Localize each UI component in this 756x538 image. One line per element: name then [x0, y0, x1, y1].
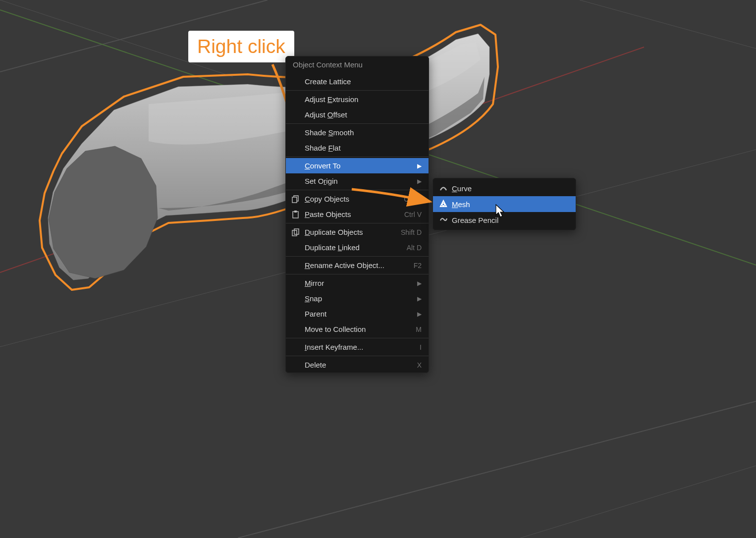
- menu-shortcut: I: [420, 343, 422, 351]
- menu-item-create-lattice[interactable]: Create Lattice: [286, 74, 429, 89]
- menu-item-label: Snap: [305, 294, 411, 303]
- submenu-item-label: Mesh: [452, 200, 569, 209]
- menu-divider: [286, 123, 429, 124]
- menu-item-label: Shade Flat: [305, 144, 422, 152]
- menu-shortcut: Ctrl V: [404, 211, 422, 218]
- menu-divider: [286, 157, 429, 157]
- menu-divider: [286, 223, 429, 223]
- copy-icon: [292, 195, 305, 203]
- menu-shortcut: Ctrl C: [404, 195, 422, 203]
- submenu-item-label: Curve: [452, 184, 569, 193]
- curve-icon: [439, 184, 452, 193]
- submenu-arrow-icon: ▶: [417, 162, 422, 169]
- menu-item-label: Mirror: [305, 279, 411, 287]
- menu-item-snap[interactable]: Snap▶: [286, 291, 429, 306]
- menu-item-shade-smooth[interactable]: Shade Smooth: [286, 125, 429, 140]
- menu-item-label: Copy Objects: [305, 195, 398, 203]
- menu-item-label: Paste Objects: [305, 210, 398, 218]
- duplicate-icon: [292, 228, 305, 236]
- menu-item-copy-objects[interactable]: Copy ObjectsCtrl C: [286, 191, 429, 207]
- menu-item-duplicate-linked[interactable]: Duplicate LinkedAlt D: [286, 240, 429, 255]
- mesh-icon: [439, 200, 452, 209]
- menu-item-duplicate-objects[interactable]: Duplicate ObjectsShift D: [286, 224, 429, 240]
- menu-shortcut: F2: [414, 262, 422, 269]
- menu-divider: [286, 190, 429, 190]
- object-context-menu[interactable]: Object Context Menu Create LatticeAdjust…: [285, 56, 429, 373]
- menu-item-label: Set Origin: [305, 177, 411, 185]
- menu-item-move-to-collection[interactable]: Move to CollectionM: [286, 322, 429, 337]
- menu-divider: [286, 356, 429, 356]
- menu-item-label: Delete: [305, 361, 411, 369]
- menu-item-label: Move to Collection: [305, 325, 410, 333]
- menu-item-label: Duplicate Objects: [305, 228, 395, 236]
- menu-shortcut: M: [416, 325, 422, 333]
- menu-shortcut: X: [417, 361, 422, 369]
- menu-shortcut: Shift D: [401, 228, 422, 236]
- submenu-arrow-icon: ▶: [417, 280, 422, 287]
- menu-item-adjust-extrusion[interactable]: Adjust Extrusion: [286, 92, 429, 107]
- menu-item-shade-flat[interactable]: Shade Flat: [286, 140, 429, 156]
- menu-item-label: Adjust Extrusion: [305, 95, 422, 104]
- svg-rect-11: [294, 211, 297, 213]
- menu-item-paste-objects[interactable]: Paste ObjectsCtrl V: [286, 207, 429, 222]
- menu-item-label: Parent: [305, 310, 411, 318]
- menu-item-insert-keyframe[interactable]: Insert Keyframe...I: [286, 339, 429, 355]
- menu-divider: [286, 256, 429, 257]
- menu-item-label: Adjust Offset: [305, 110, 422, 119]
- menu-item-label: Shade Smooth: [305, 128, 422, 137]
- menu-item-convert-to[interactable]: Convert To▶: [286, 158, 429, 173]
- svg-point-14: [442, 203, 445, 206]
- menu-item-set-origin[interactable]: Set Origin▶: [286, 173, 429, 189]
- menu-item-label: Convert To: [305, 161, 411, 170]
- menu-item-rename-active-object[interactable]: Rename Active Object...F2: [286, 258, 429, 273]
- submenu-item-curve[interactable]: Curve: [433, 180, 576, 196]
- menu-divider: [286, 274, 429, 274]
- menu-item-delete[interactable]: DeleteX: [286, 357, 429, 373]
- paste-icon: [292, 211, 305, 218]
- menu-item-label: Insert Keyframe...: [305, 343, 414, 351]
- menu-item-label: Duplicate Linked: [305, 243, 401, 252]
- menu-item-mirror[interactable]: Mirror▶: [286, 275, 429, 291]
- menu-item-adjust-offset[interactable]: Adjust Offset: [286, 107, 429, 122]
- menu-shortcut: Alt D: [407, 244, 422, 252]
- menu-divider: [286, 90, 429, 91]
- grease-icon: [439, 215, 452, 224]
- svg-rect-9: [292, 197, 297, 203]
- annotation-label: Right click: [188, 31, 294, 62]
- menu-divider: [286, 338, 429, 338]
- submenu-arrow-icon: ▶: [417, 311, 422, 318]
- menu-item-label: Rename Active Object...: [305, 261, 408, 269]
- submenu-item-label: Grease Pencil: [452, 216, 569, 224]
- menu-item-parent[interactable]: Parent▶: [286, 306, 429, 322]
- submenu-arrow-icon: ▶: [417, 178, 422, 185]
- mouse-cursor: [495, 204, 506, 218]
- menu-item-label: Create Lattice: [305, 77, 422, 86]
- context-menu-title: Object Context Menu: [286, 56, 429, 74]
- submenu-arrow-icon: ▶: [417, 295, 422, 302]
